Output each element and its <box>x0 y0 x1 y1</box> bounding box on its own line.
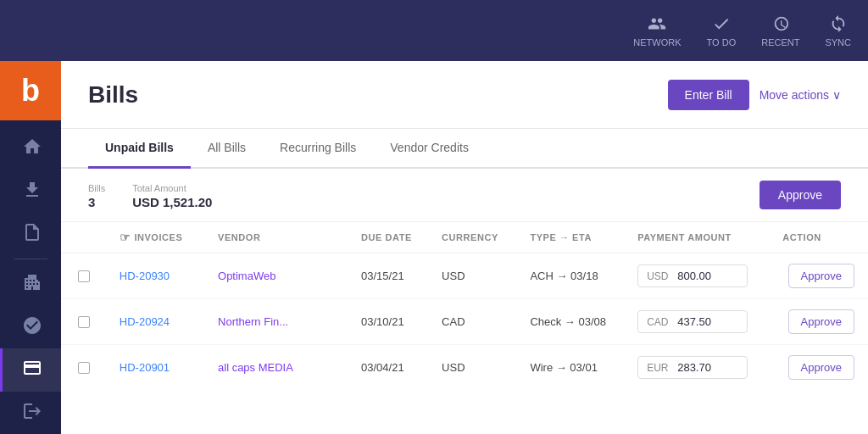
table-header: ☞ INVOICES VENDOR DUE DATE CURRENCY TYPE… <box>61 222 868 253</box>
tab-all-bills[interactable]: All Bills <box>191 129 263 169</box>
th-vendor: VENDOR <box>204 222 348 253</box>
top-navigation: NETWORK TO DO RECENT SYNC <box>0 0 868 61</box>
tab-vendor-credits[interactable]: Vendor Credits <box>373 129 486 169</box>
row2-type-eta: Check → 03/08 <box>516 299 624 345</box>
todo-icon <box>711 14 732 34</box>
total-value: USD 1,521.20 <box>132 195 212 209</box>
row3-type-eta: Wire → 03/01 <box>516 345 624 391</box>
row1-amount-value: 800.00 <box>677 270 711 282</box>
row1-invoice: HD-20930 <box>106 253 204 299</box>
row3-invoice-link[interactable]: HD-20901 <box>120 361 170 374</box>
row1-due-date: 03/15/21 <box>348 253 428 299</box>
sidebar: b <box>0 61 61 434</box>
row2-approve-button[interactable]: Approve <box>788 309 854 334</box>
row2-invoice-link[interactable]: HD-20924 <box>120 315 170 328</box>
bills-count-block: Bills 3 <box>88 183 105 209</box>
sync-icon <box>828 14 849 34</box>
row2-amount-value: 437.50 <box>677 315 711 328</box>
row3-action: Approve <box>769 345 868 391</box>
total-amount-block: Total Amount USD 1,521.20 <box>132 183 212 209</box>
table-container: Bills 3 Total Amount USD 1,521.20 Approv… <box>61 169 868 434</box>
sidebar-item-document[interactable] <box>0 213 61 255</box>
enter-bill-button[interactable]: Enter Bill <box>668 80 749 110</box>
building-icon <box>22 272 42 296</box>
row1-amount-currency: USD <box>647 270 670 282</box>
row3-due-date: 03/04/21 <box>348 345 428 391</box>
download-icon <box>22 180 42 203</box>
main-content: Bills Enter Bill Move actions ∨ Unpaid B… <box>61 61 868 434</box>
total-label: Total Amount <box>132 183 212 193</box>
row3-approve-button[interactable]: Approve <box>788 355 854 380</box>
row1-amount: USD 800.00 <box>624 253 769 299</box>
sidebar-item-bills[interactable] <box>0 348 61 391</box>
sidebar-item-check-circle[interactable] <box>0 306 61 348</box>
main-layout: b <box>0 61 868 434</box>
row3-vendor: all caps MEDIA <box>204 345 348 391</box>
move-actions-button[interactable]: Move actions ∨ <box>760 88 841 102</box>
th-type-eta: TYPE → ETA <box>516 222 624 253</box>
nav-todo[interactable]: TO DO <box>707 14 737 47</box>
header-actions: Enter Bill Move actions ∨ <box>668 80 841 110</box>
sidebar-item-building[interactable] <box>0 263 61 305</box>
table-row: HD-20924 Northern Fin... 03/10/21 CAD Ch… <box>61 299 868 345</box>
nav-recent[interactable]: RECENT <box>761 14 799 47</box>
row2-due-date: 03/10/21 <box>348 299 428 345</box>
row2-amount-currency: CAD <box>647 316 670 328</box>
bills-icon <box>22 358 42 381</box>
th-due-date: DUE DATE <box>348 222 428 253</box>
nav-network[interactable]: NETWORK <box>633 14 681 47</box>
row3-vendor-link[interactable]: all caps MEDIA <box>218 361 293 374</box>
document-icon <box>22 222 42 246</box>
tabs-bar: Unpaid Bills All Bills Recurring Bills V… <box>61 129 868 169</box>
th-invoices: ☞ INVOICES <box>106 222 204 253</box>
row1-approve-button[interactable]: Approve <box>788 264 854 288</box>
sidebar-divider <box>14 259 47 259</box>
row3-amount-cell: EUR 283.70 <box>637 356 748 379</box>
page-title: Bills <box>88 81 138 108</box>
row1-vendor-link[interactable]: OptimaWeb <box>218 270 275 282</box>
recent-icon <box>771 14 791 34</box>
row3-amount-value: 283.70 <box>677 361 711 374</box>
summary-info: Bills 3 Total Amount USD 1,521.20 <box>88 183 212 209</box>
sidebar-item-logout[interactable] <box>0 392 61 434</box>
row3-currency: USD <box>428 345 516 391</box>
row1-type-eta: ACH → 03/18 <box>516 253 624 299</box>
row2-vendor-link[interactable]: Northern Fin... <box>218 315 288 328</box>
row2-vendor: Northern Fin... <box>204 299 348 345</box>
th-payment-amount: PAYMENT AMOUNT <box>624 222 769 253</box>
sidebar-item-home[interactable] <box>0 127 61 170</box>
row1-checkbox[interactable] <box>78 270 90 282</box>
approve-all-button[interactable]: Approve <box>760 181 841 209</box>
row3-checkbox[interactable] <box>78 362 90 374</box>
bills-count: 3 <box>88 195 105 209</box>
row1-amount-cell: USD 800.00 <box>637 264 748 287</box>
nav-todo-label: TO DO <box>707 37 737 47</box>
check-circle-icon <box>22 315 42 339</box>
row2-checkbox[interactable] <box>78 316 90 328</box>
home-icon <box>22 136 42 160</box>
bills-label: Bills <box>88 183 105 193</box>
nav-network-label: NETWORK <box>633 37 681 47</box>
th-checkbox <box>61 222 106 253</box>
row1-currency: USD <box>428 253 516 299</box>
row3-amount-currency: EUR <box>647 362 670 374</box>
row1-invoice-link[interactable]: HD-20930 <box>120 270 170 282</box>
row2-currency: CAD <box>428 299 516 345</box>
row2-action: Approve <box>769 299 868 345</box>
tab-recurring-bills[interactable]: Recurring Bills <box>263 129 373 169</box>
th-action: ACTION <box>769 222 868 253</box>
table-body: HD-20930 OptimaWeb 03/15/21 USD ACH → 03… <box>61 253 868 391</box>
nav-recent-label: RECENT <box>761 37 799 47</box>
row3-amount: EUR 283.70 <box>624 345 769 391</box>
row3-checkbox-cell <box>61 345 106 391</box>
tab-unpaid-bills[interactable]: Unpaid Bills <box>88 129 191 169</box>
page-header: Bills Enter Bill Move actions ∨ <box>61 61 868 129</box>
table-row: HD-20930 OptimaWeb 03/15/21 USD ACH → 03… <box>61 253 868 299</box>
logout-icon <box>22 401 42 425</box>
row2-amount-cell: CAD 437.50 <box>637 310 748 333</box>
th-currency: CURRENCY <box>428 222 516 253</box>
sidebar-item-download[interactable] <box>0 170 61 212</box>
nav-sync[interactable]: SYNC <box>825 14 851 47</box>
table-row: HD-20901 all caps MEDIA 03/04/21 USD Wir… <box>61 345 868 391</box>
row3-invoice: HD-20901 <box>106 345 204 391</box>
